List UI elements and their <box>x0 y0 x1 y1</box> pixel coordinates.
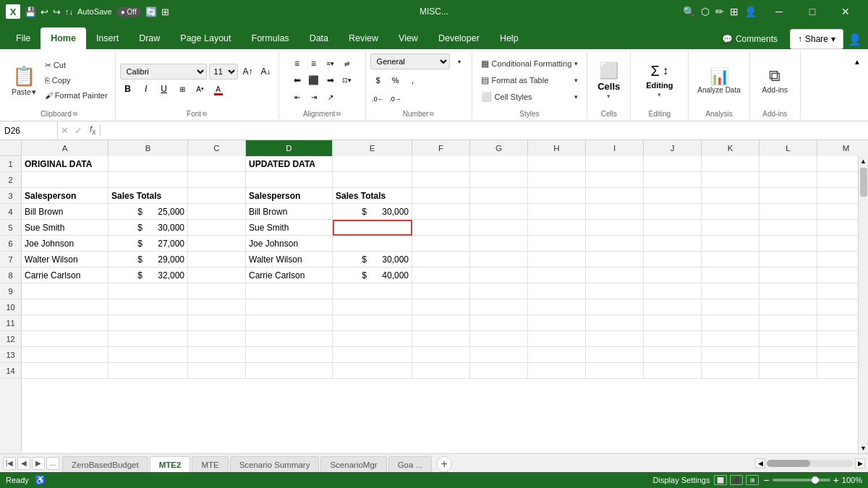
cell-g4[interactable] <box>470 204 528 220</box>
formula-input[interactable] <box>101 121 868 140</box>
profile-icon[interactable]: 👤 <box>848 33 862 46</box>
align-top-right-button[interactable]: ≡▾ <box>323 56 339 72</box>
col-header-i[interactable]: I <box>586 140 644 156</box>
italic-button[interactable]: I <box>138 81 154 97</box>
cell-m8[interactable] <box>817 267 858 283</box>
cell-l5[interactable] <box>760 220 817 236</box>
row-num-12[interactable]: 12 <box>0 331 21 347</box>
cell-c6[interactable] <box>188 236 246 252</box>
tab-help[interactable]: Help <box>490 27 529 49</box>
col-header-a[interactable]: A <box>22 140 109 156</box>
cell-f8[interactable] <box>412 267 470 283</box>
cell-d7[interactable]: Walter Wilson <box>246 252 333 267</box>
row-num-4[interactable]: 4 <box>0 204 21 220</box>
paste-button[interactable]: 📋 Paste ▾ <box>7 57 41 103</box>
cell-a10[interactable] <box>22 299 109 315</box>
cell-b6[interactable]: $27,000 <box>109 236 188 252</box>
cell-i6[interactable] <box>586 236 644 252</box>
indent-increase-button[interactable]: ⇥ <box>306 89 322 105</box>
cell-e14[interactable] <box>333 363 412 379</box>
cell-d13[interactable] <box>246 347 333 363</box>
cell-l12[interactable] <box>760 331 817 347</box>
cell-g6[interactable] <box>470 236 528 252</box>
cell-m10[interactable] <box>817 299 858 315</box>
sheet-ellipsis-button[interactable]: ... <box>46 457 59 470</box>
cell-h5[interactable] <box>528 220 586 236</box>
analysis-group-label[interactable]: Analysis <box>705 108 732 118</box>
cell-i7[interactable] <box>586 252 644 267</box>
ribbon-pen-icon[interactable]: ✏ <box>715 6 724 17</box>
cell-l10[interactable] <box>760 299 817 315</box>
share-button[interactable]: ↑ Share ▾ <box>790 29 843 49</box>
refresh-icon[interactable]: 🔄 <box>145 7 157 17</box>
number-dropdown-icon[interactable]: ▾ <box>451 53 467 69</box>
cell-j5[interactable] <box>644 220 702 236</box>
quick-access-save[interactable]: 💾 <box>25 7 36 17</box>
cells-group-label[interactable]: Cells <box>601 108 617 118</box>
cell-i13[interactable] <box>586 347 644 363</box>
cell-e1[interactable] <box>333 156 412 172</box>
sort-asc-icon[interactable]: ↑↓ <box>65 7 73 16</box>
col-header-m[interactable]: M <box>817 140 868 156</box>
cell-m5[interactable] <box>817 220 858 236</box>
align-top-left-button[interactable]: ≡ <box>289 56 305 72</box>
cell-j9[interactable] <box>644 283 702 299</box>
cell-j4[interactable] <box>644 204 702 220</box>
cell-k9[interactable] <box>702 283 760 299</box>
hscroll-right-button[interactable]: ▶ <box>855 458 865 468</box>
ribbon-search-icon[interactable]: 🔍 <box>683 6 695 17</box>
cell-c13[interactable] <box>188 347 246 363</box>
row-num-3[interactable]: 3 <box>0 188 21 204</box>
editing-dropdown[interactable]: ▾ <box>658 91 661 98</box>
percent-button[interactable]: % <box>388 72 404 88</box>
cell-l11[interactable] <box>760 315 817 331</box>
merge-button[interactable]: ⊡▾ <box>339 72 355 88</box>
cell-a9[interactable] <box>22 283 109 299</box>
cell-e5[interactable] <box>333 220 412 236</box>
cell-d10[interactable] <box>246 299 333 315</box>
minimize-button[interactable]: ─ <box>762 0 796 23</box>
cell-a5[interactable]: Sue Smith <box>22 220 109 236</box>
cell-e3[interactable]: Sales Totals <box>333 188 412 204</box>
cells-dropdown[interactable]: ▾ <box>607 93 610 100</box>
col-header-h[interactable]: H <box>528 140 586 156</box>
wrap-text-button[interactable]: ⇌ <box>339 56 355 72</box>
ribbon-screen-icon[interactable]: ⊞ <box>730 6 739 17</box>
formula-confirm-button[interactable]: ✓ <box>72 125 85 136</box>
formula-fx-button[interactable]: fx <box>85 124 101 136</box>
row-num-6[interactable]: 6 <box>0 236 21 252</box>
cell-f1[interactable] <box>412 156 470 172</box>
cell-b7[interactable]: $29,000 <box>109 252 188 267</box>
cell-l6[interactable] <box>760 236 817 252</box>
cell-j2[interactable] <box>644 172 702 188</box>
indent-decrease-button[interactable]: ⇤ <box>289 89 305 105</box>
cell-reference-box[interactable]: D26 <box>0 121 58 140</box>
cell-k8[interactable] <box>702 267 760 283</box>
cell-l1[interactable] <box>760 156 817 172</box>
cell-k4[interactable] <box>702 204 760 220</box>
cell-b11[interactable] <box>109 315 188 331</box>
cell-c1[interactable] <box>188 156 246 172</box>
cell-g13[interactable] <box>470 347 528 363</box>
cell-m12[interactable] <box>817 331 858 347</box>
row-num-8[interactable]: 8 <box>0 267 21 283</box>
cell-d3[interactable]: Salesperson <box>246 188 333 204</box>
cell-k10[interactable] <box>702 299 760 315</box>
cell-h9[interactable] <box>528 283 586 299</box>
tab-review[interactable]: Review <box>339 27 388 49</box>
cell-a2[interactable] <box>22 172 109 188</box>
cell-i8[interactable] <box>586 267 644 283</box>
cell-k5[interactable] <box>702 220 760 236</box>
cell-g14[interactable] <box>470 363 528 379</box>
cell-e13[interactable] <box>333 347 412 363</box>
analyze-data-button[interactable]: 📊 Analyze Data <box>693 57 744 103</box>
cell-h1[interactable] <box>528 156 586 172</box>
cell-j14[interactable] <box>644 363 702 379</box>
cell-d8[interactable]: Carrie Carlson <box>246 267 333 283</box>
number-group-label[interactable]: Number ⧉ <box>403 108 435 118</box>
cell-m13[interactable] <box>817 347 858 363</box>
sheet-tab-goa[interactable]: Goa ... <box>388 456 433 472</box>
comments-button[interactable]: 💬 Comments <box>714 29 786 49</box>
cell-d11[interactable] <box>246 315 333 331</box>
cell-b13[interactable] <box>109 347 188 363</box>
